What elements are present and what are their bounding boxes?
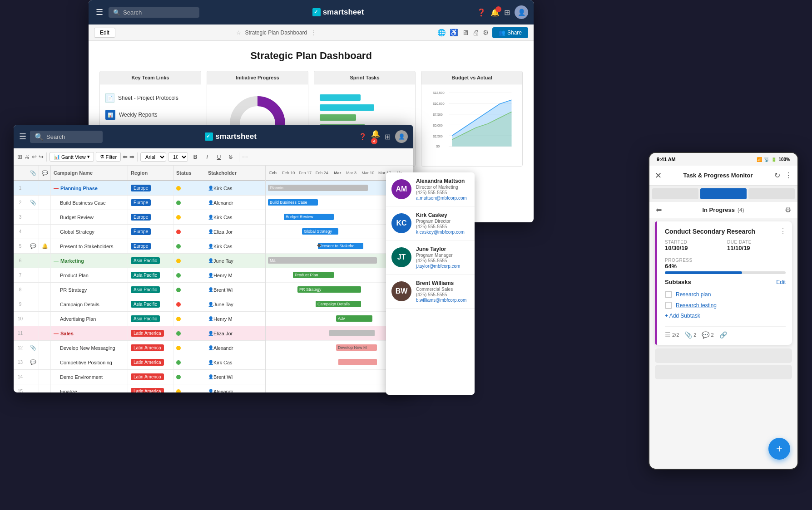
more-menu-icon[interactable]: ⋮ <box>785 171 792 180</box>
font-size-selector[interactable]: 10 <box>168 152 188 162</box>
table-row: 3 Budget Review Europe 👤 Kirk Cas <box>14 210 265 225</box>
dashboard-logo: smartsheet <box>203 8 473 17</box>
person-avatar-3: JT <box>391 247 411 267</box>
more-options-icon[interactable]: ⋯ <box>242 153 248 160</box>
globe-icon[interactable]: 🌐 <box>437 29 446 37</box>
mobile-edit-link[interactable]: Edit <box>776 279 786 285</box>
notification-badge <box>495 6 501 12</box>
mobile-checkbox-1[interactable] <box>665 291 672 298</box>
mobile-link-icon-group: 🔗 <box>719 331 727 338</box>
dashboard-topbar-right: ❓ 🔔 ⊞ 👤 <box>477 5 528 19</box>
mobile-tab-1[interactable] <box>652 188 698 199</box>
sprint-bar-green-1 <box>320 114 356 121</box>
mobile-subtask-label-1[interactable]: Research plan <box>676 291 711 298</box>
budget-body: $12,500 $10,000 $7,500 $5,000 $2,500 $0 <box>421 84 522 166</box>
mobile-card-title: Conduct Secondary Research <box>665 228 786 235</box>
mobile-tab-2[interactable] <box>700 188 747 199</box>
font-selector[interactable]: Arial <box>140 152 166 162</box>
mobile-card-menu-icon[interactable]: ⋮ <box>779 227 787 235</box>
toolbar-divider-2 <box>137 152 138 162</box>
mobile-subtasks-header: Subtasks Edit <box>665 279 786 285</box>
person-item-4: BW Brent Williams Commercial Sales (425)… <box>386 275 475 309</box>
svg-text:$12,500: $12,500 <box>433 91 444 94</box>
filter-btn[interactable]: ⚗ Filter <box>96 152 121 162</box>
refresh-icon[interactable]: ↻ <box>774 171 780 180</box>
help-icon[interactable]: ❓ <box>477 8 486 17</box>
link-item-protocols[interactable]: 📄 Sheet - Project Protocols <box>105 90 195 106</box>
edit-button[interactable]: Edit <box>94 28 115 38</box>
mobile-settings-icon[interactable]: ⚙ <box>785 206 791 214</box>
grid-view-icon[interactable]: ⊞ <box>17 153 22 160</box>
mobile-status-bar: 9:41 AM 📶 📡 🔋 100% <box>649 153 797 166</box>
notifications[interactable]: 🔔 <box>490 8 500 17</box>
indent-icon[interactable]: ⬅ <box>123 153 128 160</box>
more-icon[interactable]: ⋮ <box>311 29 316 36</box>
person-phone-3: (425) 555-5555 <box>416 258 460 263</box>
people-panel: AM Alexandra Mattson Director of Marketi… <box>386 172 475 395</box>
gantt-bar-marketing: Ma <box>268 257 377 264</box>
user-avatar[interactable]: 👤 <box>515 5 528 19</box>
gantt-search-box[interactable]: 🔍 Search <box>30 131 103 143</box>
gantt-view-label: 📊 <box>54 154 60 160</box>
mobile-fab-button[interactable]: + <box>768 438 790 460</box>
mobile-close-button[interactable]: ✕ <box>655 171 662 181</box>
print-icon[interactable]: 🖨 <box>24 153 30 160</box>
chevron-down-icon: ▾ <box>87 154 90 160</box>
gantt-hamburger-icon[interactable]: ☰ <box>19 132 26 142</box>
mobile-progress-label: Progress <box>665 258 786 263</box>
col-campaign: Campaign Name <box>51 166 128 180</box>
filter-icon: ⚗ <box>100 154 104 160</box>
mobile-subtask-label-2[interactable]: Research testing <box>676 302 717 309</box>
person-title-2: Program Director <box>416 219 465 224</box>
person-name-3: June Taylor <box>416 246 460 252</box>
accessibility-icon[interactable]: ♿ <box>450 29 458 37</box>
gantt-bar-competitive <box>338 359 377 365</box>
italic-button[interactable]: I <box>202 152 213 162</box>
gantt-grid-icon[interactable]: ⊞ <box>385 132 391 141</box>
outdent-icon[interactable]: ➡ <box>129 153 134 160</box>
svg-text:$5,000: $5,000 <box>433 124 443 127</box>
gantt-user-avatar[interactable]: 👤 <box>395 130 408 143</box>
gantt-bar-campaign: Campaign Details <box>316 301 361 307</box>
link-protocols-label: Sheet - Project Protocols <box>118 95 178 101</box>
person-name-2: Kirk Caskey <box>416 212 465 218</box>
settings-icon[interactable]: ⚙ <box>483 29 489 37</box>
dashboard-hamburger-icon[interactable]: ☰ <box>94 5 105 19</box>
signal-icon: 📶 <box>757 157 762 162</box>
gantt-notifications[interactable]: 🔔 4 <box>371 129 380 144</box>
link-reports-label: Weekly Reports <box>119 112 157 118</box>
link-item-reports[interactable]: 📊 Weekly Reports <box>105 106 195 123</box>
mobile-placeholder-card-2 <box>655 365 792 379</box>
strikethrough-button[interactable]: S <box>225 152 236 162</box>
dashboard-search-box[interactable]: 🔍 Search <box>109 7 199 18</box>
mobile-add-subtask-button[interactable]: + Add Subtask <box>665 311 786 321</box>
share-button[interactable]: 👥 Share <box>492 27 528 38</box>
star-icon[interactable]: ☆ <box>236 29 241 36</box>
sprint-bar-3 <box>320 114 410 121</box>
mobile-comments-count: 💬 2 <box>702 331 713 338</box>
table-row: 15 Finalize Latin America 👤 Alexandr <box>14 384 265 392</box>
mobile-action-icons: ↻ ⋮ <box>774 171 792 180</box>
tasks-list-icon: ☰ <box>665 331 671 338</box>
grid-icon[interactable]: ⊞ <box>504 8 510 17</box>
print-icon[interactable]: 🖨 <box>472 29 479 36</box>
mobile-started-value: 10/30/19 <box>665 245 723 251</box>
gantt-view-selector[interactable]: 📊 Gantt View ▾ <box>50 152 94 162</box>
bold-button[interactable]: B <box>190 152 201 162</box>
gantt-topbar-right: ❓ 🔔 4 ⊞ 👤 <box>359 129 408 144</box>
gantt-help-icon[interactable]: ❓ <box>359 133 366 140</box>
toolbar-divider-1 <box>46 152 47 162</box>
undo-icon[interactable]: ↩ <box>32 153 37 160</box>
mobile-tab-3[interactable] <box>748 188 795 199</box>
svg-text:$2,500: $2,500 <box>433 135 443 138</box>
mobile-back-icon[interactable]: ⬅ <box>656 206 662 214</box>
comment-icon: 💬 <box>702 331 709 338</box>
person-title-4: Commercial Sales <box>416 287 466 292</box>
table-row: 1 —Planning Phase Europe 👤 Kirk Cas <box>14 181 265 196</box>
redo-icon[interactable]: ↪ <box>39 153 44 160</box>
underline-button[interactable]: U <box>213 152 224 162</box>
mobile-checkbox-2[interactable] <box>665 302 672 309</box>
mobile-window: 9:41 AM 📶 📡 🔋 100% ✕ Task & Progress Mon… <box>649 152 798 470</box>
share-icon: 👥 <box>499 29 505 36</box>
screen-icon[interactable]: 🖥 <box>462 29 469 36</box>
